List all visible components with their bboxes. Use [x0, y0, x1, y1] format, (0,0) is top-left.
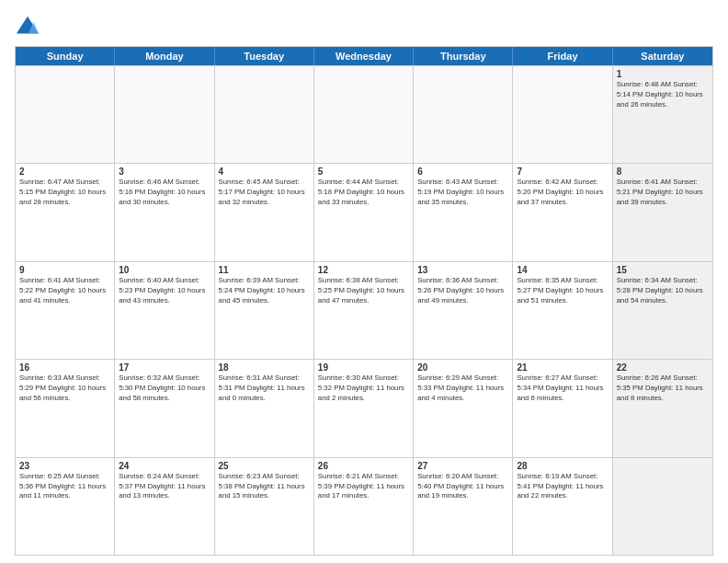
calendar-row-1: 2Sunrise: 6:47 AM Sunset: 5:15 PM Daylig…	[16, 163, 712, 260]
header-day-friday: Friday	[513, 47, 612, 65]
calendar-cell-4-3: 26Sunrise: 6:21 AM Sunset: 5:39 PM Dayli…	[314, 458, 414, 555]
day-info: Sunrise: 6:24 AM Sunset: 5:37 PM Dayligh…	[119, 472, 210, 502]
calendar-cell-3-5: 21Sunrise: 6:27 AM Sunset: 5:34 PM Dayli…	[513, 360, 612, 456]
calendar-cell-1-6: 8Sunrise: 6:41 AM Sunset: 5:21 PM Daylig…	[613, 164, 712, 260]
calendar-cell-2-6: 15Sunrise: 6:34 AM Sunset: 5:28 PM Dayli…	[613, 262, 712, 359]
calendar-cell-1-2: 4Sunrise: 6:45 AM Sunset: 5:17 PM Daylig…	[215, 164, 314, 260]
day-info: Sunrise: 6:39 AM Sunset: 5:24 PM Dayligh…	[219, 276, 310, 306]
logo-icon	[15, 15, 40, 40]
calendar-cell-1-5: 7Sunrise: 6:42 AM Sunset: 5:20 PM Daylig…	[513, 164, 612, 260]
day-info: Sunrise: 6:45 AM Sunset: 5:17 PM Dayligh…	[219, 178, 310, 208]
day-info: Sunrise: 6:42 AM Sunset: 5:20 PM Dayligh…	[517, 178, 608, 208]
day-info: Sunrise: 6:44 AM Sunset: 5:18 PM Dayligh…	[318, 178, 409, 208]
day-number: 19	[318, 362, 409, 373]
day-number: 7	[517, 167, 608, 177]
day-info: Sunrise: 6:19 AM Sunset: 5:41 PM Dayligh…	[517, 472, 608, 502]
day-info: Sunrise: 6:33 AM Sunset: 5:29 PM Dayligh…	[19, 373, 110, 404]
calendar-cell-3-1: 17Sunrise: 6:32 AM Sunset: 5:30 PM Dayli…	[115, 360, 214, 456]
day-info: Sunrise: 6:29 AM Sunset: 5:33 PM Dayligh…	[417, 373, 508, 404]
day-info: Sunrise: 6:40 AM Sunset: 5:23 PM Dayligh…	[119, 276, 210, 306]
page: SundayMondayTuesdayWednesdayThursdayFrid…	[0, 0, 728, 563]
day-number: 1	[617, 69, 709, 79]
calendar-cell-4-0: 23Sunrise: 6:25 AM Sunset: 5:36 PM Dayli…	[16, 458, 115, 555]
calendar-row-3: 16Sunrise: 6:33 AM Sunset: 5:29 PM Dayli…	[16, 359, 712, 456]
calendar-cell-0-0	[16, 66, 115, 163]
calendar-cell-3-4: 20Sunrise: 6:29 AM Sunset: 5:33 PM Dayli…	[414, 360, 513, 456]
calendar-cell-1-0: 2Sunrise: 6:47 AM Sunset: 5:15 PM Daylig…	[16, 164, 115, 260]
day-info: Sunrise: 6:30 AM Sunset: 5:32 PM Dayligh…	[318, 373, 409, 404]
calendar-cell-0-5	[513, 66, 612, 163]
calendar-header: SundayMondayTuesdayWednesdayThursdayFrid…	[16, 47, 712, 65]
header-day-sunday: Sunday	[16, 47, 115, 65]
day-number: 13	[417, 265, 508, 275]
day-number: 3	[119, 167, 210, 177]
day-info: Sunrise: 6:23 AM Sunset: 5:38 PM Dayligh…	[219, 472, 310, 502]
day-number: 12	[318, 265, 409, 275]
calendar-cell-0-6: 1Sunrise: 6:48 AM Sunset: 5:14 PM Daylig…	[613, 66, 712, 163]
calendar-cell-4-1: 24Sunrise: 6:24 AM Sunset: 5:37 PM Dayli…	[115, 458, 214, 555]
logo	[15, 15, 44, 40]
calendar: SundayMondayTuesdayWednesdayThursdayFrid…	[15, 46, 713, 556]
calendar-cell-3-3: 19Sunrise: 6:30 AM Sunset: 5:32 PM Dayli…	[314, 360, 414, 456]
day-info: Sunrise: 6:36 AM Sunset: 5:26 PM Dayligh…	[417, 276, 508, 306]
day-info: Sunrise: 6:41 AM Sunset: 5:22 PM Dayligh…	[19, 276, 110, 306]
day-info: Sunrise: 6:35 AM Sunset: 5:27 PM Dayligh…	[517, 276, 608, 306]
day-number: 15	[617, 265, 709, 275]
day-number: 23	[19, 461, 110, 471]
header	[15, 15, 713, 40]
day-info: Sunrise: 6:20 AM Sunset: 5:40 PM Dayligh…	[417, 472, 508, 502]
day-number: 21	[517, 362, 608, 373]
calendar-cell-2-1: 10Sunrise: 6:40 AM Sunset: 5:23 PM Dayli…	[115, 262, 214, 359]
calendar-cell-4-6	[613, 458, 712, 555]
day-info: Sunrise: 6:46 AM Sunset: 5:16 PM Dayligh…	[119, 178, 210, 208]
day-number: 8	[617, 167, 709, 177]
calendar-cell-3-6: 22Sunrise: 6:26 AM Sunset: 5:35 PM Dayli…	[613, 360, 712, 456]
calendar-row-4: 23Sunrise: 6:25 AM Sunset: 5:36 PM Dayli…	[16, 457, 712, 555]
calendar-body: 1Sunrise: 6:48 AM Sunset: 5:14 PM Daylig…	[16, 65, 712, 555]
day-number: 26	[318, 461, 409, 471]
header-day-monday: Monday	[115, 47, 214, 65]
day-info: Sunrise: 6:47 AM Sunset: 5:15 PM Dayligh…	[19, 178, 110, 208]
day-number: 24	[119, 461, 210, 471]
day-info: Sunrise: 6:48 AM Sunset: 5:14 PM Dayligh…	[617, 80, 709, 110]
header-day-saturday: Saturday	[613, 47, 712, 65]
calendar-row-2: 9Sunrise: 6:41 AM Sunset: 5:22 PM Daylig…	[16, 261, 712, 359]
calendar-cell-2-5: 14Sunrise: 6:35 AM Sunset: 5:27 PM Dayli…	[513, 262, 612, 359]
day-number: 16	[19, 362, 110, 373]
day-info: Sunrise: 6:43 AM Sunset: 5:19 PM Dayligh…	[417, 178, 508, 208]
calendar-cell-4-2: 25Sunrise: 6:23 AM Sunset: 5:38 PM Dayli…	[215, 458, 314, 555]
day-number: 14	[517, 265, 608, 275]
calendar-cell-1-3: 5Sunrise: 6:44 AM Sunset: 5:18 PM Daylig…	[314, 164, 414, 260]
day-number: 27	[417, 461, 508, 471]
header-day-tuesday: Tuesday	[215, 47, 314, 65]
calendar-row-0: 1Sunrise: 6:48 AM Sunset: 5:14 PM Daylig…	[16, 65, 712, 163]
day-info: Sunrise: 6:41 AM Sunset: 5:21 PM Dayligh…	[617, 178, 709, 208]
day-info: Sunrise: 6:32 AM Sunset: 5:30 PM Dayligh…	[119, 373, 210, 404]
calendar-cell-0-2	[215, 66, 314, 163]
day-info: Sunrise: 6:25 AM Sunset: 5:36 PM Dayligh…	[19, 472, 110, 502]
day-number: 22	[617, 362, 709, 373]
day-number: 5	[318, 167, 409, 177]
header-day-thursday: Thursday	[414, 47, 513, 65]
calendar-cell-2-2: 11Sunrise: 6:39 AM Sunset: 5:24 PM Dayli…	[215, 262, 314, 359]
calendar-cell-1-4: 6Sunrise: 6:43 AM Sunset: 5:19 PM Daylig…	[414, 164, 513, 260]
day-info: Sunrise: 6:21 AM Sunset: 5:39 PM Dayligh…	[318, 472, 409, 502]
day-info: Sunrise: 6:31 AM Sunset: 5:31 PM Dayligh…	[219, 373, 310, 404]
calendar-cell-1-1: 3Sunrise: 6:46 AM Sunset: 5:16 PM Daylig…	[115, 164, 214, 260]
calendar-cell-4-4: 27Sunrise: 6:20 AM Sunset: 5:40 PM Dayli…	[414, 458, 513, 555]
calendar-cell-3-2: 18Sunrise: 6:31 AM Sunset: 5:31 PM Dayli…	[215, 360, 314, 456]
day-number: 11	[219, 265, 310, 275]
calendar-cell-4-5: 28Sunrise: 6:19 AM Sunset: 5:41 PM Dayli…	[513, 458, 612, 555]
calendar-cell-0-1	[115, 66, 214, 163]
day-info: Sunrise: 6:26 AM Sunset: 5:35 PM Dayligh…	[617, 373, 709, 404]
calendar-cell-2-3: 12Sunrise: 6:38 AM Sunset: 5:25 PM Dayli…	[314, 262, 414, 359]
calendar-cell-0-4	[414, 66, 513, 163]
header-day-wednesday: Wednesday	[314, 47, 414, 65]
calendar-cell-0-3	[314, 66, 414, 163]
day-info: Sunrise: 6:27 AM Sunset: 5:34 PM Dayligh…	[517, 373, 608, 404]
calendar-cell-2-4: 13Sunrise: 6:36 AM Sunset: 5:26 PM Dayli…	[414, 262, 513, 359]
day-number: 6	[417, 167, 508, 177]
day-number: 17	[119, 362, 210, 373]
day-number: 9	[19, 265, 110, 275]
day-number: 10	[119, 265, 210, 275]
